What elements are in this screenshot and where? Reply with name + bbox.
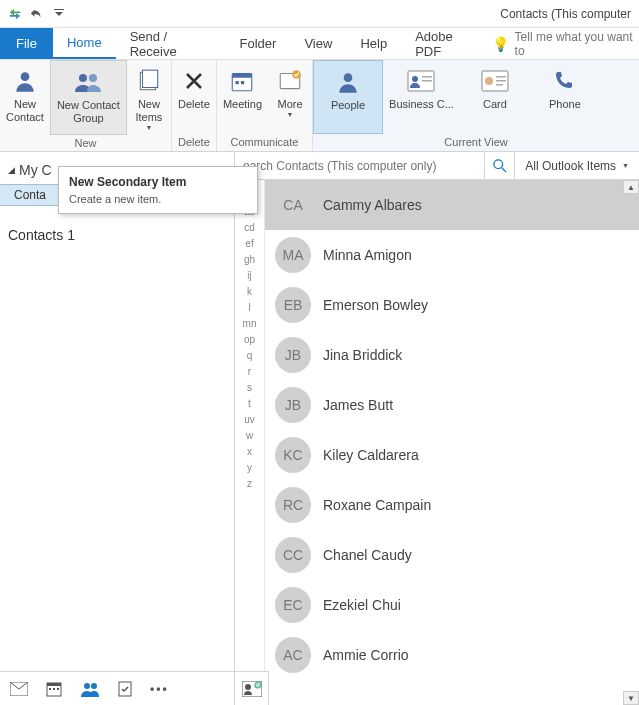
new-items-label: New Items: [135, 98, 162, 124]
tab-folder[interactable]: Folder: [226, 28, 291, 59]
svg-rect-16: [422, 80, 432, 82]
contact-row[interactable]: MAMinna Amigon: [265, 230, 639, 280]
view-business-card-button[interactable]: Business C...: [383, 60, 460, 134]
alpha-index-uv[interactable]: uv: [244, 414, 255, 425]
svg-rect-26: [53, 688, 55, 690]
ribbon-group-communicate-label: Communicate: [217, 134, 312, 151]
alpha-index-y[interactable]: y: [247, 462, 252, 473]
nav-item-label: Conta: [14, 188, 46, 202]
contact-row[interactable]: CACammy Albares: [265, 180, 639, 230]
delete-button[interactable]: Delete: [172, 60, 216, 134]
alpha-index-mn[interactable]: mn: [243, 318, 257, 329]
contact-row[interactable]: JBJames Butt: [265, 380, 639, 430]
card-view-icon: [242, 681, 262, 697]
view-phone-label: Phone: [549, 98, 581, 111]
alpha-index-q[interactable]: q: [247, 350, 253, 361]
tab-view[interactable]: View: [290, 28, 346, 59]
tab-send-receive[interactable]: Send / Receive: [116, 28, 226, 59]
qat-customize-icon[interactable]: [48, 3, 70, 25]
alpha-index-l[interactable]: l: [248, 302, 250, 313]
contact-list-pane: ▲ CACammy AlbaresMAMinna AmigonEBEmerson…: [265, 180, 639, 705]
view-people-button[interactable]: People: [313, 60, 383, 134]
avatar: JB: [275, 387, 311, 423]
qat-undo-icon[interactable]: [26, 3, 48, 25]
tab-help[interactable]: Help: [346, 28, 401, 59]
alpha-index-r[interactable]: r: [248, 366, 251, 377]
search-button[interactable]: [485, 152, 515, 179]
contact-row[interactable]: JBJina Briddick: [265, 330, 639, 380]
avatar: AC: [275, 637, 311, 673]
search-input[interactable]: [235, 152, 485, 179]
alpha-index-cd[interactable]: cd: [244, 222, 255, 233]
ribbon-group-current-view-label: Current View: [313, 134, 639, 151]
view-phone-button[interactable]: Phone: [530, 60, 600, 134]
tab-adobe-pdf[interactable]: Adobe PDF: [401, 28, 491, 59]
view-people-label: People: [331, 99, 365, 112]
nav-item-contacts-1[interactable]: Contacts 1: [0, 224, 234, 246]
navigation-pane: ◢ My C Conta Contacts 1 New Secondary It…: [0, 152, 235, 705]
nav-header-label: My C: [19, 162, 52, 178]
contact-row[interactable]: EBEmerson Bowley: [265, 280, 639, 330]
calendar-icon: [229, 64, 255, 98]
phone-icon: [553, 64, 577, 98]
alpha-index-op[interactable]: op: [244, 334, 255, 345]
reading-pane-toggle[interactable]: [235, 671, 269, 705]
tasks-module-icon[interactable]: [118, 681, 132, 697]
ribbon-tabs: File Home Send / Receive Folder View Hel…: [0, 28, 639, 60]
calendar-module-icon[interactable]: [46, 681, 62, 697]
svg-point-34: [255, 682, 261, 688]
chevron-down-icon: ▼: [622, 162, 629, 169]
new-items-button[interactable]: New Items ▼: [127, 60, 171, 135]
view-card-button[interactable]: Card: [460, 60, 530, 134]
window-title: Contacts (This computer: [500, 7, 635, 21]
ribbon: New Contact New Contact Group New Items …: [0, 60, 639, 152]
alpha-index-ef[interactable]: ef: [245, 238, 253, 249]
alpha-index-ij[interactable]: ij: [247, 270, 251, 281]
contact-row[interactable]: KCKiley Caldarera: [265, 430, 639, 480]
new-contact-group-button[interactable]: New Contact Group: [50, 60, 127, 135]
avatar: EC: [275, 587, 311, 623]
new-contact-button[interactable]: New Contact: [0, 60, 50, 135]
contact-name: Cammy Albares: [323, 197, 422, 213]
mail-module-icon[interactable]: [10, 682, 28, 696]
svg-rect-27: [57, 688, 59, 690]
contact-name: Jina Briddick: [323, 347, 402, 363]
avatar: JB: [275, 337, 311, 373]
ribbon-group-communicate: Meeting More ▼ Communicate: [217, 60, 313, 151]
more-button[interactable]: More ▼: [268, 60, 312, 134]
meeting-button[interactable]: Meeting: [217, 60, 268, 134]
contact-row[interactable]: RCRoxane Campain: [265, 480, 639, 530]
collapse-caret-icon: ◢: [8, 165, 15, 175]
tell-me-search[interactable]: 💡 Tell me what you want to: [492, 28, 639, 59]
svg-point-14: [412, 76, 418, 82]
scroll-down-button[interactable]: ▼: [623, 691, 639, 705]
svg-point-29: [91, 683, 97, 689]
alpha-index-k[interactable]: k: [247, 286, 252, 297]
more-modules-icon[interactable]: •••: [150, 682, 169, 696]
tab-home[interactable]: Home: [53, 28, 116, 59]
svg-rect-25: [49, 688, 51, 690]
scope-filter-dropdown[interactable]: All Outlook Items ▼: [515, 152, 639, 179]
people-module-icon[interactable]: [80, 681, 100, 697]
person-icon: [335, 65, 361, 99]
delete-x-icon: [182, 64, 206, 98]
contact-row[interactable]: CCChanel Caudy: [265, 530, 639, 580]
view-business-card-label: Business C...: [389, 98, 454, 111]
qat-send-receive-icon[interactable]: [4, 3, 26, 25]
tooltip-title: New Secondary Item: [69, 175, 247, 189]
contact-name: Minna Amigon: [323, 247, 412, 263]
scroll-up-button[interactable]: ▲: [623, 180, 639, 194]
alpha-index-s[interactable]: s: [247, 382, 252, 393]
search-icon: [493, 159, 507, 173]
alpha-index-t[interactable]: t: [248, 398, 251, 409]
contact-row[interactable]: ACAmmie Corrio: [265, 630, 639, 680]
more-icon: [277, 64, 303, 98]
contact-row[interactable]: ECEzekiel Chui: [265, 580, 639, 630]
alpha-index-x[interactable]: x: [247, 446, 252, 457]
alpha-index-w[interactable]: w: [246, 430, 253, 441]
alpha-index-z[interactable]: z: [247, 478, 252, 489]
tab-file[interactable]: File: [0, 28, 53, 59]
alpha-index-gh[interactable]: gh: [244, 254, 255, 265]
svg-rect-20: [496, 80, 506, 82]
nav-item-label: Contacts 1: [8, 227, 75, 243]
